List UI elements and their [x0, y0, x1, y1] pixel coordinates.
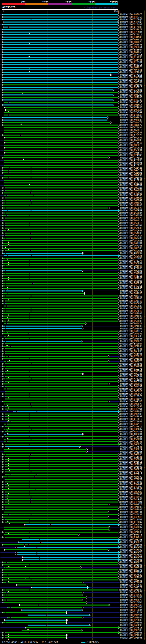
hit-bar[interactable]: [2, 408, 118, 410]
hit-label[interactable]: UniRef100_UPI000..: [120, 315, 145, 317]
hit-label[interactable]: UniRef100_C5KXR1: [120, 365, 142, 368]
hit-bar[interactable]: [2, 363, 118, 364]
hit-label[interactable]: UniRef100_Q5UAN3: [120, 240, 142, 242]
hit-label[interactable]: UniRef100_B6KES7: [120, 566, 142, 568]
hit-label[interactable]: UniRef100_C4LW92: [120, 486, 142, 488]
hit-label[interactable]: UniRef100_B3MC87: [120, 428, 142, 430]
hit-label[interactable]: UniRef100_A9NN19: [120, 38, 142, 41]
hit-label[interactable]: UniRef100_C5GWX3: [120, 147, 142, 149]
hit-bar[interactable]: [2, 454, 118, 455]
hit-bar[interactable]: [4, 130, 118, 131]
hit-label[interactable]: UniRef100_Q9D0P6: [120, 524, 142, 526]
hit-bar[interactable]: [4, 361, 108, 362]
hit-bar[interactable]: [2, 564, 118, 566]
hit-label[interactable]: UniRef100_Q4UDZ8: [120, 592, 142, 594]
hit-bar[interactable]: [2, 481, 118, 482]
hit-label[interactable]: UniRef100_A6MWU6: [120, 559, 142, 561]
hit-bar[interactable]: [5, 474, 118, 475]
hit-label[interactable]: UniRef100_A7RL80: [120, 267, 142, 270]
hit-bar[interactable]: [4, 255, 118, 256]
hit-bar[interactable]: [2, 401, 108, 402]
hit-label[interactable]: UniRef100_C3Y615: [120, 536, 142, 538]
hit-label[interactable]: UniRef100_B8NVD5: [120, 162, 142, 164]
hit-bar[interactable]: [2, 300, 118, 302]
hit-label[interactable]: UniRef100_Q9XSU4: [120, 614, 142, 616]
hit-label[interactable]: UniRef100_D0A131: [120, 511, 142, 513]
hit-label[interactable]: UniRef100_Q98TH5: [120, 224, 142, 227]
hit-bar[interactable]: [3, 212, 118, 214]
hit-bar[interactable]: [2, 519, 118, 520]
hit-label[interactable]: UniRef100_A4HC02: [120, 549, 142, 551]
hit-label[interactable]: UniRef100_A3LR50: [120, 255, 142, 257]
hit-label[interactable]: UniRef100_Q8H4T5: [120, 122, 142, 124]
hit-label[interactable]: UniRef100_B7FMB4: [120, 31, 142, 33]
hit-bar[interactable]: [4, 534, 78, 535]
hit-label[interactable]: UniRef100_B4P5M1: [120, 501, 142, 503]
hit-label[interactable]: UniRef100_Q4D0U7: [120, 526, 142, 528]
hit-bar[interactable]: [4, 185, 118, 186]
hit-bar[interactable]: [4, 512, 108, 513]
hit-bar[interactable]: [2, 258, 118, 259]
hit-bar[interactable]: [2, 46, 118, 48]
hit-label[interactable]: UniRef100_A0C125: [120, 373, 142, 375]
hit-label[interactable]: UniRef100_B5AKB3: [120, 232, 142, 234]
hit-bar[interactable]: [2, 506, 118, 508]
hit-bar[interactable]: [2, 14, 118, 15]
hit-bar[interactable]: [2, 373, 82, 374]
hit-label[interactable]: UniRef100_P25460: [120, 59, 142, 61]
hit-bar[interactable]: [8, 617, 82, 618]
hit-label[interactable]: UniRef100_UPI000..: [120, 622, 145, 624]
hit-label[interactable]: UniRef100_A7TJD0: [120, 378, 142, 380]
hit-bar[interactable]: [3, 597, 86, 598]
hit-label[interactable]: UniRef100_B6SIL5: [120, 64, 142, 66]
hit-label[interactable]: UniRef100_UPI000..: [120, 466, 145, 468]
hit-label[interactable]: UniRef100_UPI000..: [120, 589, 145, 591]
hit-bar[interactable]: [2, 600, 82, 600]
hit-bar[interactable]: [15, 554, 118, 555]
hit-label[interactable]: UniRef100_Q95P67: [120, 265, 142, 267]
hit-bar[interactable]: [2, 544, 118, 545]
hit-bar[interactable]: [2, 44, 118, 45]
hit-bar[interactable]: [2, 104, 113, 106]
hit-bar[interactable]: [28, 614, 89, 616]
hit-bar[interactable]: [2, 210, 118, 211]
hit-label[interactable]: UniRef100_B4MY91: [120, 386, 142, 388]
hit-label[interactable]: UniRef100_Q15GB4: [120, 609, 142, 611]
hit-label[interactable]: UniRef100_Q75DW4: [120, 388, 142, 390]
hit-label[interactable]: UniRef100_Q1H8R1: [120, 89, 142, 91]
hit-label[interactable]: UniRef100_UPI000..: [120, 328, 145, 330]
hit-label[interactable]: UniRef100_Q4GXS8: [120, 308, 142, 310]
hit-label[interactable]: UniRef100_A6RDR5: [120, 139, 142, 142]
hit-label[interactable]: UniRef100_Q38CI4: [120, 448, 142, 450]
hit-label[interactable]: UniRef100_UPI000..: [120, 71, 145, 74]
hit-bar[interactable]: [2, 97, 118, 98]
hit-bar[interactable]: [2, 426, 118, 427]
hit-label[interactable]: UniRef100_C9ZIN6: [120, 451, 142, 453]
hit-bar[interactable]: [2, 275, 118, 276]
hit-bar[interactable]: [4, 336, 118, 337]
hit-label[interactable]: UniRef100_B2YI13: [120, 300, 142, 302]
hit-bar[interactable]: [2, 577, 118, 578]
hit-label[interactable]: UniRef100_Q0CRL5: [120, 144, 142, 146]
hit-bar[interactable]: [2, 594, 82, 596]
hit-label[interactable]: UniRef100_UPI000..: [120, 84, 145, 86]
hit-label[interactable]: UniRef100_Q9GSB1: [120, 214, 142, 217]
hit-label[interactable]: UniRef100_Q17IE1: [120, 612, 142, 614]
hit-label[interactable]: UniRef100_O65766: [120, 182, 142, 184]
hit-bar[interactable]: [22, 539, 118, 540]
hit-label[interactable]: UniRef100_A8JHC3: [120, 14, 142, 16]
hit-bar[interactable]: [2, 348, 118, 349]
hit-label[interactable]: UniRef100_C5PJA3: [120, 102, 142, 104]
hit-bar[interactable]: [2, 265, 118, 266]
hit-bar[interactable]: [4, 107, 118, 108]
hit-label[interactable]: UniRef100_B0WHB4: [120, 190, 142, 192]
hit-label[interactable]: UniRef100_Q6DRF7: [120, 468, 142, 470]
hit-label[interactable]: UniRef100_P17093: [120, 56, 142, 58]
hit-bar[interactable]: [4, 195, 118, 196]
hit-bar[interactable]: [3, 602, 86, 603]
hit-label[interactable]: UniRef100_A7EVA4: [120, 126, 142, 129]
hit-bar[interactable]: [8, 421, 118, 422]
hit-bar[interactable]: [2, 471, 118, 472]
hit-bar[interactable]: [2, 414, 118, 415]
hit-bar[interactable]: [2, 622, 66, 623]
